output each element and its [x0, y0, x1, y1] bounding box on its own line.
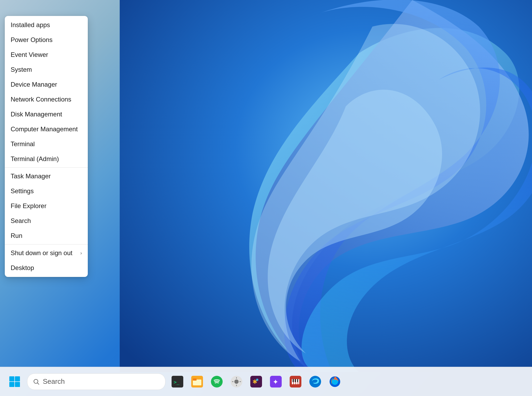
menu-item-computer-management[interactable]: Computer Management: [5, 122, 88, 137]
svg-text:>_: >_: [174, 379, 180, 385]
svg-point-5: [34, 379, 38, 383]
menu-item-installed-apps[interactable]: Installed apps: [5, 18, 88, 32]
menu-item-power-options[interactable]: Power Options: [5, 32, 88, 47]
menu-item-search[interactable]: Search: [5, 213, 88, 228]
context-menu-group-2: Task ManagerSettingsFile ExplorerSearchR…: [5, 169, 88, 243]
taskbar-app-spotify-app[interactable]: [208, 373, 226, 390]
svg-rect-24: [298, 379, 299, 384]
taskbar-app-firefox-app[interactable]: [326, 373, 344, 390]
taskbar-app-file-explorer-app[interactable]: [188, 373, 206, 390]
start-button[interactable]: [5, 372, 24, 391]
taskbar-app-edge-app[interactable]: [306, 373, 324, 390]
svg-rect-1: [9, 376, 14, 381]
svg-point-14: [234, 380, 239, 384]
menu-label-installed-apps: Installed apps: [11, 21, 50, 29]
svg-line-6: [38, 383, 39, 384]
menu-label-event-viewer: Event Viewer: [11, 51, 48, 58]
menu-item-event-viewer[interactable]: Event Viewer: [5, 47, 88, 62]
context-menu: Installed appsPower OptionsEvent ViewerS…: [5, 16, 88, 277]
menu-label-disk-management: Disk Management: [11, 111, 62, 118]
taskbar-app-astro-app[interactable]: ✦: [267, 373, 285, 390]
menu-item-disk-management[interactable]: Disk Management: [5, 107, 88, 122]
taskbar-app-piano-app[interactable]: [287, 373, 304, 390]
taskbar-app-settings-app[interactable]: [228, 373, 245, 390]
menu-item-task-manager[interactable]: Task Manager: [5, 169, 88, 184]
menu-item-settings[interactable]: Settings: [5, 184, 88, 199]
menu-label-computer-management: Computer Management: [11, 125, 78, 133]
svg-rect-25: [293, 379, 294, 382]
context-menu-group-3: Shut down or sign out›Desktop: [5, 246, 88, 275]
taskbar: Search >_✱✱✦: [0, 367, 532, 396]
svg-rect-11: [193, 378, 197, 381]
svg-rect-4: [15, 382, 20, 387]
menu-label-settings: Settings: [11, 187, 34, 195]
windows-logo-icon: [9, 376, 20, 387]
menu-item-system[interactable]: System: [5, 62, 88, 77]
taskbar-search-bar[interactable]: Search: [27, 373, 165, 390]
menu-label-terminal-admin: Terminal (Admin): [11, 155, 59, 163]
search-icon: [33, 378, 40, 385]
menu-label-device-manager: Device Manager: [11, 81, 57, 88]
menu-item-run[interactable]: Run: [5, 228, 88, 243]
menu-divider-1: [5, 167, 88, 168]
desktop: Installed appsPower OptionsEvent ViewerS…: [0, 0, 532, 396]
taskbar-app-slack-app[interactable]: ✱✱: [247, 373, 265, 390]
menu-divider-2: [5, 244, 88, 245]
menu-item-terminal-admin[interactable]: Terminal (Admin): [5, 151, 88, 166]
menu-item-shut-down[interactable]: Shut down or sign out›: [5, 246, 88, 260]
menu-label-run: Run: [11, 232, 22, 239]
context-menu-group-1: Installed appsPower OptionsEvent ViewerS…: [5, 18, 88, 166]
svg-rect-27: [297, 379, 298, 382]
menu-label-file-explorer: File Explorer: [11, 202, 47, 210]
menu-item-file-explorer[interactable]: File Explorer: [5, 199, 88, 213]
menu-item-desktop[interactable]: Desktop: [5, 260, 88, 275]
svg-text:✱: ✱: [256, 378, 259, 382]
svg-point-28: [309, 376, 321, 387]
menu-label-terminal: Terminal: [11, 140, 35, 148]
svg-rect-2: [15, 376, 20, 381]
menu-label-shut-down: Shut down or sign out: [11, 249, 72, 257]
menu-label-network-connections: Network Connections: [11, 96, 71, 103]
taskbar-apps: >_✱✱✦: [169, 373, 344, 390]
menu-item-device-manager[interactable]: Device Manager: [5, 77, 88, 92]
menu-label-desktop: Desktop: [11, 264, 34, 272]
chevron-right-icon: ›: [80, 250, 82, 256]
svg-text:✦: ✦: [273, 378, 279, 386]
menu-label-task-manager: Task Manager: [11, 172, 51, 180]
menu-label-power-options: Power Options: [11, 36, 52, 44]
menu-item-network-connections[interactable]: Network Connections: [5, 92, 88, 107]
menu-label-system: System: [11, 66, 32, 73]
search-bar-label: Search: [43, 377, 65, 386]
svg-rect-26: [295, 379, 296, 382]
menu-label-search: Search: [11, 217, 31, 225]
bloom-wallpaper: [120, 0, 532, 372]
svg-rect-3: [9, 382, 14, 387]
taskbar-app-terminal-app[interactable]: >_: [169, 373, 186, 390]
menu-item-terminal[interactable]: Terminal: [5, 137, 88, 151]
